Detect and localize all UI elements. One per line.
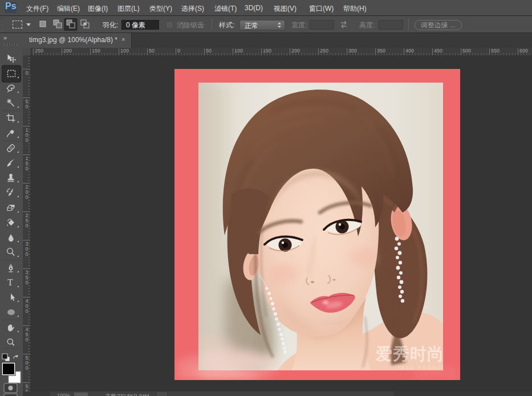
svg-text:爱秀时尚: 爱秀时尚 [375,345,444,363]
svg-text:T: T [7,277,13,287]
